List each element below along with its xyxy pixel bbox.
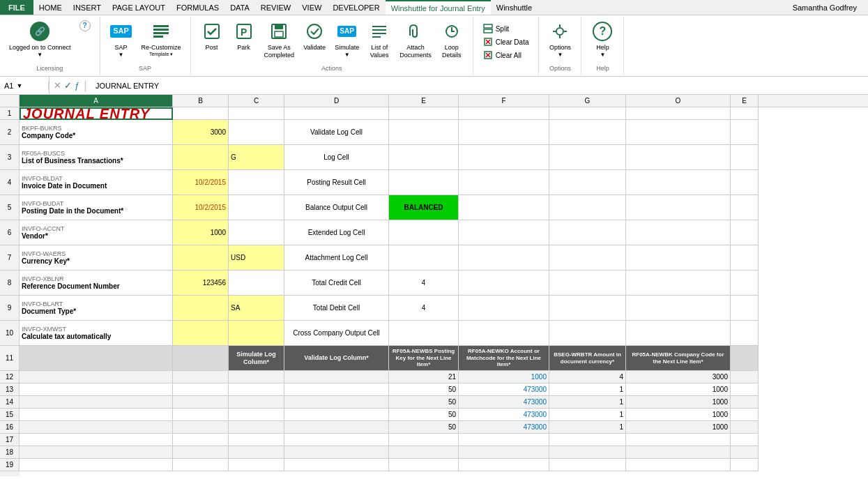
menu-insert[interactable]: INSERT bbox=[68, 0, 107, 15]
cell-d13[interactable] bbox=[284, 383, 389, 396]
cell-b5[interactable]: 10/2/2015 bbox=[173, 195, 229, 220]
cell-b2[interactable]: 3000 bbox=[173, 120, 229, 145]
cell-g2[interactable] bbox=[549, 120, 626, 145]
split-button[interactable]: Split bbox=[479, 22, 533, 35]
cell-b13[interactable] bbox=[173, 383, 229, 396]
cell-e4[interactable] bbox=[389, 170, 459, 195]
cell-f12[interactable]: 1000 bbox=[459, 371, 549, 383]
cell-e16[interactable]: 50 bbox=[389, 421, 459, 434]
cell-f1[interactable] bbox=[459, 107, 549, 120]
cell-c16[interactable] bbox=[229, 421, 284, 434]
cell-e8[interactable]: 4 bbox=[389, 271, 459, 296]
row-header-3[interactable]: 3 bbox=[0, 145, 20, 170]
cell-e2[interactable] bbox=[389, 120, 459, 145]
cell-e5[interactable]: BALANCED bbox=[389, 195, 459, 220]
cell-c5[interactable] bbox=[229, 195, 284, 220]
row-header-19[interactable]: 19 bbox=[0, 459, 20, 471]
row-header-12[interactable]: 12 bbox=[0, 371, 20, 383]
cell-o11[interactable]: RF05A-NEWBK Company Code for the Next Li… bbox=[626, 346, 731, 371]
confirm-formula-icon[interactable]: ✓ bbox=[64, 80, 72, 91]
row-header-15[interactable]: 15 bbox=[0, 409, 20, 421]
cell-o9[interactable] bbox=[626, 296, 731, 321]
cell-f16[interactable]: 473000 bbox=[459, 421, 549, 434]
cell-a9[interactable]: INVFO-BLART Document Type* bbox=[20, 296, 173, 321]
cell-g7[interactable] bbox=[549, 245, 626, 271]
cell-extra17[interactable] bbox=[731, 434, 759, 446]
cell-b9[interactable] bbox=[173, 296, 229, 321]
cell-ref-dropdown[interactable]: ▼ bbox=[16, 82, 22, 89]
cell-o16[interactable]: 1000 bbox=[626, 421, 731, 434]
col-header-b[interactable]: B bbox=[173, 95, 229, 107]
cell-c18[interactable] bbox=[229, 446, 284, 459]
cell-o17[interactable] bbox=[626, 434, 731, 446]
file-menu[interactable]: FILE bbox=[0, 0, 33, 15]
cell-b18[interactable] bbox=[173, 446, 229, 459]
cell-a2[interactable]: BKPF-BUKRS Company Code* bbox=[20, 120, 173, 145]
cell-e1[interactable] bbox=[389, 107, 459, 120]
cell-f8[interactable] bbox=[459, 271, 549, 296]
cell-extra10[interactable] bbox=[731, 321, 759, 346]
cell-c7[interactable]: USD bbox=[229, 245, 284, 271]
cell-extra15[interactable] bbox=[731, 409, 759, 421]
row-header-4[interactable]: 4 bbox=[0, 170, 20, 195]
cell-b8[interactable]: 123456 bbox=[173, 271, 229, 296]
cell-d5[interactable]: Balance Output Cell bbox=[284, 195, 389, 220]
licensing-help-button[interactable]: ? bbox=[76, 18, 94, 35]
cell-d8[interactable]: Total Credit Cell bbox=[284, 271, 389, 296]
cell-g18[interactable] bbox=[549, 446, 626, 459]
cell-e9[interactable]: 4 bbox=[389, 296, 459, 321]
cell-c17[interactable] bbox=[229, 434, 284, 446]
cell-e17[interactable] bbox=[389, 434, 459, 446]
cell-extra13[interactable] bbox=[731, 383, 759, 396]
help-button[interactable]: ? Help ▼ bbox=[587, 18, 618, 60]
cell-c1[interactable] bbox=[229, 107, 284, 120]
cell-extra18[interactable] bbox=[731, 446, 759, 459]
row-header-8[interactable]: 8 bbox=[0, 271, 20, 296]
attach-documents-button[interactable]: Attach Documents bbox=[396, 18, 435, 61]
cell-g1[interactable] bbox=[549, 107, 626, 120]
cell-o3[interactable] bbox=[626, 145, 731, 170]
cell-f15[interactable]: 473000 bbox=[459, 409, 549, 421]
cell-a6[interactable]: INVFO-ACCNT Vendor* bbox=[20, 220, 173, 245]
cell-extra2[interactable] bbox=[731, 120, 759, 145]
cell-c15[interactable] bbox=[229, 409, 284, 421]
loop-details-button[interactable]: Loop Details bbox=[436, 18, 467, 61]
row-header-13[interactable]: 13 bbox=[0, 383, 20, 396]
cell-e18[interactable] bbox=[389, 446, 459, 459]
cell-o2[interactable] bbox=[626, 120, 731, 145]
cell-f7[interactable] bbox=[459, 245, 549, 271]
cell-a11[interactable] bbox=[20, 346, 173, 371]
row-header-9[interactable]: 9 bbox=[0, 296, 20, 321]
cell-c9[interactable]: SA bbox=[229, 296, 284, 321]
cell-a15[interactable] bbox=[20, 409, 173, 421]
menu-home[interactable]: HOME bbox=[33, 0, 68, 15]
validate-button[interactable]: Validate bbox=[299, 18, 330, 54]
cell-f17[interactable] bbox=[459, 434, 549, 446]
cell-c8[interactable] bbox=[229, 271, 284, 296]
cell-a16[interactable] bbox=[20, 421, 173, 434]
cell-c2[interactable] bbox=[229, 120, 284, 145]
cell-e13[interactable]: 50 bbox=[389, 383, 459, 396]
col-header-extra[interactable]: E bbox=[731, 95, 759, 107]
list-of-values-button[interactable]: List of Values bbox=[364, 18, 395, 61]
cell-extra16[interactable] bbox=[731, 421, 759, 434]
cell-e19[interactable] bbox=[389, 459, 459, 471]
cell-g13[interactable]: 1 bbox=[549, 383, 626, 396]
cell-b17[interactable] bbox=[173, 434, 229, 446]
row-header-17[interactable]: 17 bbox=[0, 434, 20, 446]
cell-b6[interactable]: 1000 bbox=[173, 220, 229, 245]
cell-a8[interactable]: INVFO-XBLNR Reference Document Number bbox=[20, 271, 173, 296]
cell-d1[interactable] bbox=[284, 107, 389, 120]
menu-formulas[interactable]: FORMULAS bbox=[171, 0, 224, 15]
cell-o15[interactable]: 1000 bbox=[626, 409, 731, 421]
cell-c6[interactable] bbox=[229, 220, 284, 245]
cell-extra8[interactable] bbox=[731, 271, 759, 296]
cell-g4[interactable] bbox=[549, 170, 626, 195]
re-customize-button[interactable]: Re-Customize Template ▾ bbox=[138, 18, 185, 59]
cell-f10[interactable] bbox=[459, 321, 549, 346]
cell-o12[interactable]: 3000 bbox=[626, 371, 731, 383]
cell-f2[interactable] bbox=[459, 120, 549, 145]
cell-b11[interactable] bbox=[173, 346, 229, 371]
cell-g10[interactable] bbox=[549, 321, 626, 346]
cell-g14[interactable]: 1 bbox=[549, 396, 626, 409]
